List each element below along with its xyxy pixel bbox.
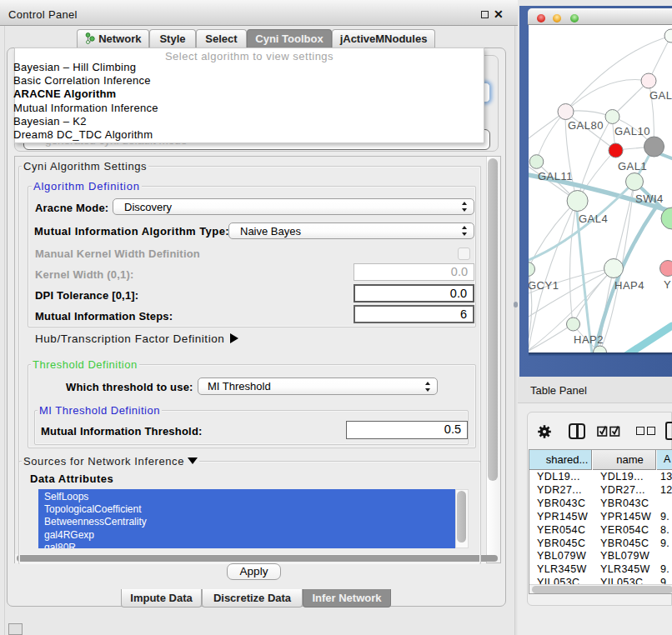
svg-text:GAL4: GAL4: [579, 212, 608, 225]
svg-text:GAL7: GAL7: [649, 89, 672, 102]
svg-text:HAP2: HAP2: [574, 333, 604, 346]
svg-text:GAL80: GAL80: [568, 119, 604, 132]
svg-text:SWI4: SWI4: [635, 192, 664, 205]
svg-text:GAL1: GAL1: [618, 160, 647, 172]
svg-text:Y: Y: [664, 278, 671, 291]
svg-text:GAL11: GAL11: [538, 170, 573, 182]
svg-text:HAP4: HAP4: [614, 279, 644, 292]
svg-text:GCY1: GCY1: [529, 279, 559, 292]
svg-text:GAL10: GAL10: [614, 125, 650, 138]
